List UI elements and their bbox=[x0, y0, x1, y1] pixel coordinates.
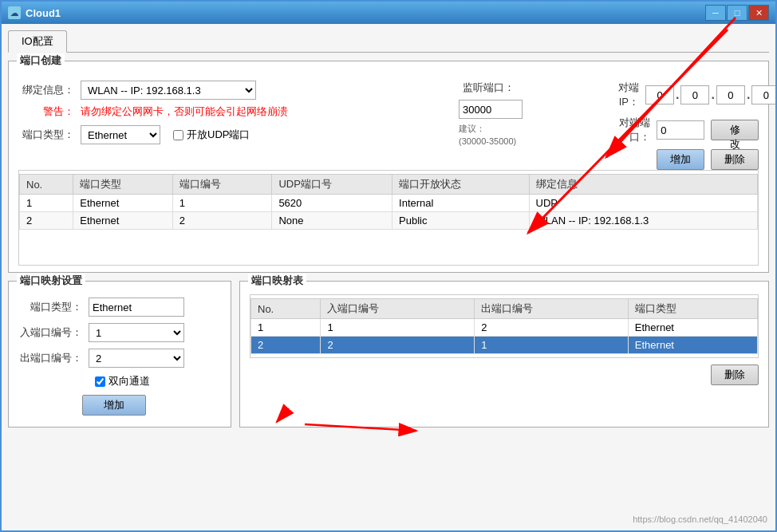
mapping-settings-title: 端口映射设置 bbox=[17, 274, 85, 288]
remote-ip-row: 对端IP： . . . bbox=[599, 81, 759, 109]
map-col-type: 端口类型 bbox=[628, 299, 757, 319]
port-cell-udp_port: 5620 bbox=[272, 195, 392, 212]
left-form: 绑定信息： WLAN -- IP: 192.168.1.3 Ethernet -… bbox=[18, 74, 446, 170]
col-binding: 绑定信息 bbox=[529, 175, 757, 195]
bottom-area: 端口映射设置 端口类型： 入端口编号： 1 2 3 出端口编号： bbox=[8, 281, 769, 428]
map-cell-in_port: 2 bbox=[321, 337, 475, 354]
udp-checkbox-label: 开放UDP端口 bbox=[173, 128, 250, 142]
delete-port-button[interactable]: 删除 bbox=[711, 149, 759, 170]
remote-port-row: 对端端口： 修改 bbox=[599, 116, 759, 144]
map-cell-no: 2 bbox=[251, 337, 321, 354]
warning-label: 警告： bbox=[18, 104, 74, 119]
ip-seg-2[interactable] bbox=[680, 85, 709, 104]
out-port-row: 出端口编号： 1 2 3 bbox=[18, 349, 221, 368]
mapping-settings-section: 端口映射设置 端口类型： 入端口编号： 1 2 3 出端口编号： bbox=[8, 281, 231, 428]
binding-label: 绑定信息： bbox=[18, 83, 74, 97]
map-port-type-label: 端口类型： bbox=[18, 300, 82, 314]
map-col-no: No. bbox=[251, 299, 321, 319]
add-mapping-button[interactable]: 增加 bbox=[82, 395, 146, 416]
bidirectional-checkbox[interactable] bbox=[95, 376, 105, 387]
port-table-row[interactable]: 2Ethernet2NonePublicWLAN -- IP: 192.168.… bbox=[20, 212, 758, 230]
out-port-select[interactable]: 1 2 3 bbox=[89, 349, 184, 368]
binding-row: 绑定信息： WLAN -- IP: 192.168.1.3 Ethernet -… bbox=[18, 81, 446, 100]
right-form: 对端IP： . . . 对端端口： bbox=[599, 74, 759, 170]
port-cell-no: 1 bbox=[20, 195, 73, 212]
col-portno: 端口编号 bbox=[172, 175, 272, 195]
watermark: https://blog.csdn.net/qq_41402040 bbox=[633, 514, 767, 524]
ip-seg-3[interactable] bbox=[716, 85, 745, 104]
port-cell-binding: WLAN -- IP: 192.168.1.3 bbox=[529, 212, 757, 230]
range-hint-row: 建议：(30000-35000) bbox=[459, 122, 586, 147]
udp-checkbox[interactable] bbox=[173, 130, 183, 140]
listen-port-input[interactable] bbox=[459, 100, 523, 119]
port-cell-port_no: 1 bbox=[172, 195, 272, 212]
map-cell-type: Ethernet bbox=[628, 337, 757, 354]
port-cell-type: Ethernet bbox=[73, 212, 173, 230]
col-no: No. bbox=[20, 175, 73, 195]
map-cell-no: 1 bbox=[251, 319, 321, 337]
port-cell-status: Public bbox=[392, 212, 530, 230]
port-type-row: 端口类型： Ethernet Serial 开放UDP端口 bbox=[18, 125, 446, 144]
tab-bar: IO配置 bbox=[8, 30, 769, 53]
bidirectional-label: 双向通道 bbox=[95, 374, 150, 388]
main-window: ☁ Cloud1 ─ □ ✕ IO配置 端口创建 绑定信息： WLAN -- I… bbox=[0, 0, 777, 532]
listen-port-input-row bbox=[459, 100, 586, 119]
port-cell-type: Ethernet bbox=[73, 195, 173, 212]
add-port-button[interactable]: 增加 bbox=[657, 149, 704, 170]
listen-port-label: 监听端口： bbox=[459, 81, 515, 95]
content-area: IO配置 端口创建 绑定信息： WLAN -- IP: 192.168.1.3 … bbox=[2, 24, 775, 530]
listen-port-row: 监听端口： bbox=[459, 81, 586, 95]
port-cell-status: Internal bbox=[392, 195, 530, 212]
map-cell-type: Ethernet bbox=[628, 319, 757, 337]
remote-port-input[interactable] bbox=[657, 120, 704, 140]
in-port-select[interactable]: 1 2 3 bbox=[89, 323, 184, 342]
mapping-table-row[interactable]: 112Ethernet bbox=[251, 319, 758, 337]
port-type-label: 端口类型： bbox=[18, 128, 74, 142]
warning-row: 警告： 请勿绑定公网网卡，否则可能会引起网络崩溃 bbox=[18, 104, 446, 119]
binding-select[interactable]: WLAN -- IP: 192.168.1.3 Ethernet -- IP: … bbox=[81, 81, 256, 100]
warning-text: 请勿绑定公网网卡，否则可能会引起网络崩溃 bbox=[81, 104, 288, 119]
mapping-table-section: 端口映射表 No. 入端口编号 出端口编号 端口类型 112Ethe bbox=[239, 281, 769, 428]
port-creation-title: 端口创建 bbox=[17, 53, 65, 68]
maximize-button[interactable]: □ bbox=[727, 5, 747, 21]
col-udp: UDP端口号 bbox=[272, 175, 392, 195]
in-port-label: 入端口编号： bbox=[18, 325, 82, 340]
delete-mapping-button[interactable]: 删除 bbox=[711, 365, 759, 385]
port-type-select[interactable]: Ethernet Serial bbox=[81, 125, 160, 144]
col-type: 端口类型 bbox=[73, 175, 173, 195]
modify-button[interactable]: 修改 bbox=[711, 120, 759, 140]
window-controls: ─ □ ✕ bbox=[705, 5, 769, 21]
mapping-table: No. 入端口编号 出端口编号 端口类型 112Ethernet221Ether… bbox=[250, 298, 758, 354]
app-icon: ☁ bbox=[8, 6, 21, 19]
ip-seg-4[interactable] bbox=[751, 85, 775, 104]
bidirectional-row: 双向通道 bbox=[18, 374, 221, 388]
map-port-type-row: 端口类型： bbox=[18, 298, 221, 317]
map-port-type-input bbox=[89, 298, 184, 317]
port-table-container: No. 端口类型 端口编号 UDP端口号 端口开放状态 绑定信息 1Ethern… bbox=[18, 170, 759, 266]
col-status: 端口开放状态 bbox=[392, 175, 530, 195]
ip-seg-1[interactable] bbox=[645, 85, 674, 104]
range-hint: 建议：(30000-35000) bbox=[459, 124, 516, 146]
map-cell-out_port: 2 bbox=[475, 319, 629, 337]
action-btn-row: 增加 删除 bbox=[599, 149, 759, 170]
port-table-row[interactable]: 1Ethernet15620InternalUDP bbox=[20, 195, 758, 212]
minimize-button[interactable]: ─ bbox=[705, 5, 726, 21]
port-cell-udp_port: None bbox=[272, 212, 392, 230]
remote-ip-label: 对端IP： bbox=[599, 81, 639, 109]
window-title: Cloud1 bbox=[26, 7, 705, 19]
map-cell-in_port: 1 bbox=[321, 319, 475, 337]
map-col-out: 出端口编号 bbox=[475, 299, 629, 319]
mapping-table-row[interactable]: 221Ethernet bbox=[251, 337, 758, 354]
port-table: No. 端口类型 端口编号 UDP端口号 端口开放状态 绑定信息 1Ethern… bbox=[19, 174, 758, 230]
ip-input-group: . . . bbox=[645, 85, 775, 104]
close-button[interactable]: ✕ bbox=[748, 5, 769, 21]
title-bar: ☁ Cloud1 ─ □ ✕ bbox=[2, 2, 775, 24]
in-port-row: 入端口编号： 1 2 3 bbox=[18, 323, 221, 342]
top-form-grid: 绑定信息： WLAN -- IP: 192.168.1.3 Ethernet -… bbox=[18, 74, 759, 170]
tab-io-config[interactable]: IO配置 bbox=[8, 30, 67, 53]
add-mapping-row: 增加 bbox=[18, 395, 221, 416]
remote-port-label: 对端端口： bbox=[599, 116, 650, 144]
map-col-in: 入端口编号 bbox=[321, 299, 475, 319]
port-cell-binding: UDP bbox=[529, 195, 757, 212]
port-cell-port_no: 2 bbox=[172, 212, 272, 230]
